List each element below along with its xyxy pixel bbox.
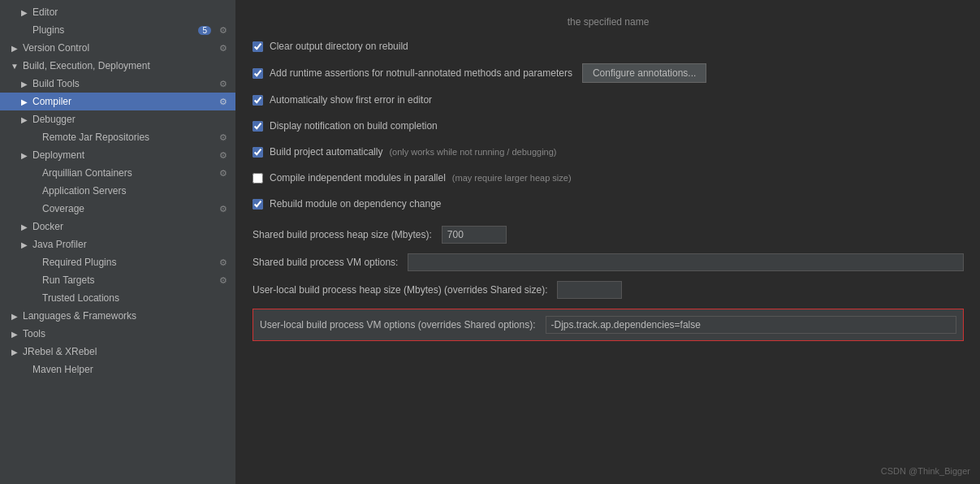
sidebar-item-required-plugins[interactable]: Required Plugins ⚙: [0, 253, 235, 271]
sidebar-item-label: Required Plugins: [42, 257, 214, 268]
sidebar-item-arquillian[interactable]: Arquillian Containers ⚙: [0, 164, 235, 182]
sidebar-item-label: Version Control: [23, 42, 214, 54]
sidebar-item-maven-helper[interactable]: Maven Helper: [0, 361, 235, 378]
sidebar-item-label: Arquillian Containers: [42, 167, 214, 179]
sidebar-item-build-tools[interactable]: ▶ Build Tools ⚙: [0, 75, 235, 93]
header-note: the specified name: [568, 16, 650, 28]
sidebar-item-label: Run Targets: [42, 274, 214, 286]
sidebar-item-compiler[interactable]: ▶ Compiler ⚙: [0, 93, 235, 110]
spacer: [29, 257, 39, 267]
show-first-error-text: Automatically show first error in editor: [270, 94, 432, 106]
shared-heap-row: Shared build process heap size (Mbytes):: [253, 226, 964, 244]
rebuild-dependency-label[interactable]: Rebuild module on dependency change: [253, 198, 442, 210]
arrow-icon: ▶: [19, 150, 29, 160]
arrow-icon: ▶: [10, 347, 19, 357]
sidebar-item-label: JRebel & XRebel: [23, 346, 229, 357]
sidebar-item-label: Build, Execution, Deployment: [23, 60, 229, 71]
spacer: [19, 25, 29, 35]
arrow-icon: ▶: [19, 240, 29, 249]
sidebar-item-remote-jar[interactable]: Remote Jar Repositories ⚙: [0, 128, 235, 146]
main-content: the specified name Clear output director…: [236, 0, 980, 484]
arrow-icon: ▶: [19, 97, 29, 106]
user-vm-options-input[interactable]: [546, 316, 957, 334]
clear-output-row: Clear output directory on rebuild: [253, 37, 964, 55]
clear-output-label[interactable]: Clear output directory on rebuild: [253, 41, 408, 52]
arrow-icon: ▶: [19, 115, 29, 124]
sidebar-item-label: Debugger: [32, 114, 229, 125]
sidebar-item-label: Editor: [32, 6, 229, 18]
sidebar-item-deployment[interactable]: ▶ Deployment ⚙: [0, 146, 235, 164]
sidebar-item-label: Plugins: [32, 24, 198, 36]
sidebar-item-coverage[interactable]: Coverage ⚙: [0, 200, 235, 218]
sidebar-item-label: Deployment: [32, 149, 214, 161]
sidebar-item-plugins[interactable]: Plugins 5 ⚙: [0, 21, 235, 39]
arrow-icon: ▶: [19, 222, 29, 231]
settings-icon: ⚙: [218, 149, 229, 161]
sidebar-item-label: Languages & Frameworks: [23, 310, 229, 322]
compile-parallel-note: (may require larger heap size): [452, 173, 572, 183]
rebuild-dependency-text: Rebuild module on dependency change: [270, 198, 442, 210]
shared-vm-input[interactable]: [408, 253, 964, 271]
watermark: CSDN @Think_Bigger: [881, 466, 970, 476]
runtime-assertions-text: Add runtime assertions for notnull-annot…: [270, 67, 572, 79]
user-heap-label: User-local build process heap size (Mbyt…: [253, 284, 547, 296]
sidebar-item-jrebel[interactable]: ▶ JRebel & XRebel: [0, 343, 235, 361]
shared-heap-input[interactable]: [442, 226, 507, 244]
shared-heap-label: Shared build process heap size (Mbytes):: [253, 229, 432, 240]
sidebar-item-label: Tools: [23, 328, 229, 339]
settings-icon: ⚙: [218, 257, 229, 268]
display-notification-checkbox[interactable]: [253, 121, 263, 132]
sidebar-item-version-control[interactable]: ▶ Version Control ⚙: [0, 39, 235, 57]
sidebar-item-label: Trusted Locations: [42, 292, 229, 304]
display-notification-row: Display notification on build completion: [253, 117, 964, 135]
user-heap-input[interactable]: [557, 281, 622, 299]
clear-output-checkbox[interactable]: [253, 41, 263, 52]
header-note-row: the specified name: [253, 13, 964, 31]
arrow-icon: ▶: [10, 329, 19, 339]
build-automatically-text: Build project automatically: [270, 146, 382, 158]
build-automatically-label[interactable]: Build project automatically: [253, 146, 382, 158]
shared-vm-row: Shared build process VM options:: [253, 253, 964, 271]
user-vm-options-label: User-local build process VM options (ove…: [260, 316, 536, 334]
spacer: [29, 186, 39, 196]
arrow-icon: ▶: [10, 311, 19, 321]
show-first-error-label[interactable]: Automatically show first error in editor: [253, 94, 432, 106]
compile-parallel-label[interactable]: Compile independent modules in parallel: [253, 172, 446, 184]
spacer: [29, 204, 39, 214]
runtime-assertions-checkbox[interactable]: [253, 68, 263, 79]
sidebar-item-label: Docker: [32, 221, 229, 232]
configure-annotations-button[interactable]: Configure annotations...: [582, 63, 706, 83]
build-automatically-row: Build project automatically (only works …: [253, 143, 964, 161]
sidebar-item-java-profiler[interactable]: ▶ Java Profiler: [0, 236, 235, 253]
spacer: [19, 365, 29, 374]
settings-icon: ⚙: [218, 24, 229, 36]
compile-parallel-text: Compile independent modules in parallel: [270, 172, 446, 184]
sidebar-item-docker[interactable]: ▶ Docker: [0, 218, 235, 236]
sidebar-item-debugger[interactable]: ▶ Debugger: [0, 110, 235, 128]
arrow-icon: ▶: [19, 79, 29, 89]
settings-icon: ⚙: [218, 42, 229, 54]
sidebar-item-trusted-locations[interactable]: Trusted Locations: [0, 289, 235, 307]
sidebar-item-build-execution[interactable]: ▼ Build, Execution, Deployment: [0, 57, 235, 75]
runtime-assertions-label[interactable]: Add runtime assertions for notnull-annot…: [253, 67, 572, 79]
shared-vm-label: Shared build process VM options:: [253, 257, 398, 268]
sidebar-item-label: Compiler: [32, 96, 214, 107]
settings-icon: ⚙: [218, 132, 229, 143]
sidebar-item-languages-frameworks[interactable]: ▶ Languages & Frameworks: [0, 307, 235, 325]
sidebar-item-label: Build Tools: [32, 78, 214, 89]
user-vm-options-row: User-local build process VM options (ove…: [253, 309, 964, 341]
compile-parallel-checkbox[interactable]: [253, 173, 263, 184]
show-first-error-checkbox[interactable]: [253, 95, 263, 106]
sidebar-item-label: Coverage: [42, 203, 214, 214]
sidebar-item-application-servers[interactable]: Application Servers: [0, 182, 235, 200]
rebuild-dependency-checkbox[interactable]: [253, 199, 263, 210]
arrow-icon: ▶: [19, 7, 29, 17]
display-notification-label[interactable]: Display notification on build completion: [253, 120, 438, 132]
display-notification-text: Display notification on build completion: [270, 120, 438, 132]
runtime-assertions-row: Add runtime assertions for notnull-annot…: [253, 63, 964, 83]
sidebar-item-tools[interactable]: ▶ Tools: [0, 325, 235, 343]
sidebar-item-run-targets[interactable]: Run Targets ⚙: [0, 271, 235, 289]
sidebar-item-editor[interactable]: ▶ Editor: [0, 3, 235, 21]
build-automatically-checkbox[interactable]: [253, 147, 263, 158]
sidebar: ▶ Editor Plugins 5 ⚙ ▶ Version Control ⚙…: [0, 0, 236, 484]
